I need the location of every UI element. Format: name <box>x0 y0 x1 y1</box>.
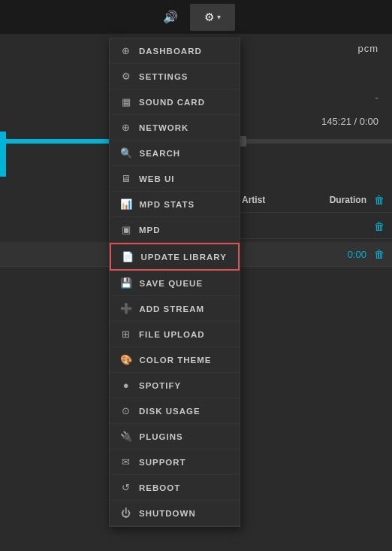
menu-icon-support: ✉ <box>120 456 132 468</box>
menu-icon-sound-card: ▦ <box>120 96 132 107</box>
trash-icon-header[interactable]: 🗑 <box>374 194 384 206</box>
col-artist: Artist <box>242 195 330 205</box>
menu-icon-web-ui: 🖥 <box>120 173 132 184</box>
menu-icon-search: 🔍 <box>120 147 133 159</box>
dropdown-menu: ⊕DASHBOARD⚙SETTINGS▦SOUND CARD⊕NETWORK🔍S… <box>109 38 240 527</box>
menu-icon-spotify: ● <box>120 380 132 391</box>
menu-item-reboot[interactable]: ↺REBOOT <box>110 475 240 501</box>
menu-icon-save-queue: 💾 <box>120 277 133 289</box>
menu-item-web-ui[interactable]: 🖥WEB UI <box>110 166 240 192</box>
trash-icon-row1[interactable]: 🗑 <box>374 220 384 232</box>
menu-label-disk-usage: DISK USAGE <box>139 407 201 416</box>
menu-item-search[interactable]: 🔍SEARCH <box>110 141 240 166</box>
chevron-down-icon: ▾ <box>217 13 221 21</box>
top-bar: 🔊 ⚙ ▾ <box>0 0 392 34</box>
menu-label-settings: SETTINGS <box>139 72 188 81</box>
menu-label-support: SUPPORT <box>139 458 186 467</box>
speaker-icon: 🔊 <box>163 10 178 24</box>
menu-label-file-upload: FILE UPLOAD <box>139 330 205 339</box>
menu-label-dashboard: DASHBOARD <box>139 47 202 56</box>
menu-icon-settings: ⚙ <box>120 71 132 82</box>
menu-label-network: NETWORK <box>139 123 188 132</box>
menu-item-file-upload[interactable]: ⊞FILE UPLOAD <box>110 322 240 347</box>
menu-item-support[interactable]: ✉SUPPORT <box>110 450 240 475</box>
menu-icon-file-upload: ⊞ <box>120 328 132 340</box>
menu-icon-color-theme: 🎨 <box>120 354 133 365</box>
menu-item-dashboard[interactable]: ⊕DASHBOARD <box>110 38 240 64</box>
menu-icon-mpd: ▣ <box>120 224 132 235</box>
menu-icon-reboot: ↺ <box>120 482 132 493</box>
col-duration: Duration <box>330 195 366 205</box>
menu-icon-dashboard: ⊕ <box>120 45 132 56</box>
menu-icon-update-library: 📄 <box>122 251 134 262</box>
menu-item-update-library[interactable]: 📄UPDATE LIBRARY <box>110 243 240 271</box>
menu-label-shutdown: SHUTDOWN <box>139 509 196 518</box>
menu-item-mpd-stats[interactable]: 📊MPD STATS <box>110 192 240 217</box>
menu-label-plugins: PLUGINS <box>140 432 183 441</box>
menu-icon-disk-usage: ⊙ <box>120 405 132 416</box>
menu-item-color-theme[interactable]: 🎨COLOR THEME <box>110 347 240 373</box>
menu-item-settings[interactable]: ⚙SETTINGS <box>110 64 240 89</box>
menu-label-color-theme: COLOR THEME <box>140 356 212 365</box>
menu-label-sound-card: SOUND CARD <box>139 98 205 107</box>
time-display: 145:21 / 0:00 <box>234 104 392 127</box>
menu-item-add-stream[interactable]: ➕ADD STREAM <box>110 296 240 322</box>
track-dash-label: - <box>234 54 392 104</box>
speaker-button[interactable]: 🔊 <box>157 4 184 31</box>
menu-item-plugins[interactable]: 🔌PLUGINS <box>110 424 240 450</box>
menu-label-add-stream: ADD STREAM <box>140 304 205 313</box>
menu-item-mpd[interactable]: ▣MPD <box>110 217 240 243</box>
cyan-accent-bar <box>0 132 6 177</box>
gear-icon: ⚙ <box>204 11 214 24</box>
menu-label-web-ui: WEB UI <box>139 174 175 183</box>
menu-icon-add-stream: ➕ <box>120 303 133 314</box>
menu-label-save-queue: SAVE QUEUE <box>140 279 204 288</box>
menu-icon-plugins: 🔌 <box>120 431 133 442</box>
menu-label-mpd-stats: MPD STATS <box>140 200 195 209</box>
menu-label-update-library: UPDATE LIBRARY <box>141 253 227 262</box>
menu-label-search: SEARCH <box>140 149 181 158</box>
menu-label-spotify: SPOTIFY <box>139 381 181 390</box>
menu-label-mpd: MPD <box>139 226 161 235</box>
menu-icon-shutdown: ⏻ <box>120 507 132 519</box>
gear-settings-button[interactable]: ⚙ ▾ <box>190 4 235 31</box>
menu-item-save-queue[interactable]: 💾SAVE QUEUE <box>110 271 240 296</box>
row-time: 0:00 <box>348 249 366 260</box>
menu-item-spotify[interactable]: ●SPOTIFY <box>110 373 240 398</box>
menu-item-sound-card[interactable]: ▦SOUND CARD <box>110 89 240 115</box>
top-bar-icons: 🔊 ⚙ ▾ <box>157 4 235 31</box>
menu-label-reboot: REBOOT <box>139 483 180 492</box>
table-row: 🗑 <box>234 214 392 239</box>
right-panel: pcm - 145:21 / 0:00 <box>234 34 392 551</box>
menu-item-disk-usage[interactable]: ⊙DISK USAGE <box>110 398 240 424</box>
menu-icon-mpd-stats: 📊 <box>120 198 133 210</box>
trash-icon-row2[interactable]: 🗑 <box>374 248 384 260</box>
table-header: Artist Duration 🗑 <box>234 188 392 213</box>
pcm-label: pcm <box>234 34 392 54</box>
menu-item-shutdown[interactable]: ⏻SHUTDOWN <box>110 501 240 526</box>
menu-icon-network: ⊕ <box>120 122 132 133</box>
menu-item-network[interactable]: ⊕NETWORK <box>110 115 240 141</box>
